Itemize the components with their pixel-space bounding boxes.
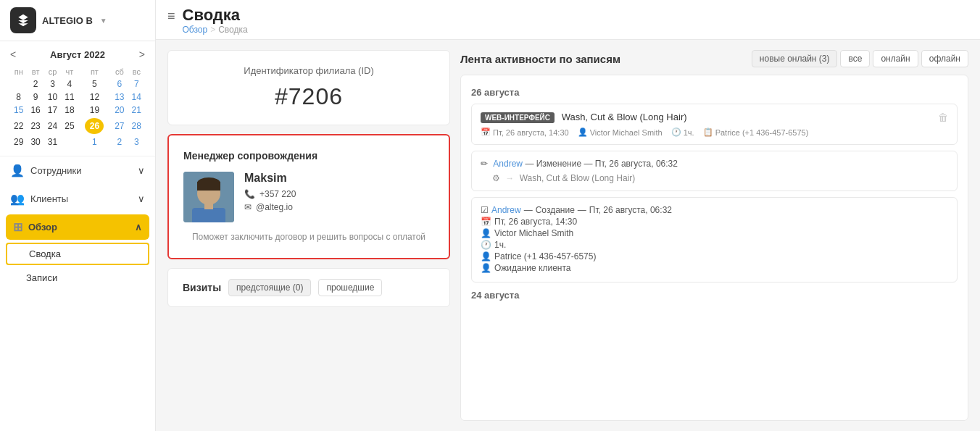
cal-day[interactable]: 9 bbox=[27, 91, 43, 104]
cal-day[interactable]: 23 bbox=[27, 117, 43, 135]
person-icon: 👤 bbox=[10, 164, 25, 177]
cal-day[interactable]: 28 bbox=[128, 117, 145, 135]
edit-activity-content: ✏ Andrew — Изменение — Пт, 26 августа, 0… bbox=[481, 159, 948, 169]
visits-tab-past[interactable]: прошедшие bbox=[318, 279, 382, 296]
calendar: < Август 2022 > пн вт ср чт пт сб вс 2 bbox=[0, 41, 155, 156]
create-author[interactable]: Andrew bbox=[491, 205, 521, 215]
filter-offline[interactable]: офлайн bbox=[921, 50, 968, 67]
cal-day-header-tue: вт bbox=[27, 66, 43, 78]
edit-action-date-value: Пт, 26 августа, 06:32 bbox=[595, 159, 678, 169]
cal-day[interactable]: 20 bbox=[111, 104, 128, 117]
calendar-month-year: Август 2022 bbox=[50, 49, 105, 60]
email-icon: ✉ bbox=[244, 202, 252, 212]
manager-card: Менеджер сопровождения bbox=[167, 134, 450, 259]
sidebar-item-clients[interactable]: 👥 Клиенты ∨ bbox=[0, 185, 155, 213]
cal-day[interactable] bbox=[61, 135, 78, 148]
create-contact-line: 👤 Patrice (+1 436-457-6575) bbox=[481, 251, 948, 261]
activity-header: Лента активности по записям новые онлайн… bbox=[460, 50, 968, 67]
cal-day[interactable]: 26 bbox=[78, 117, 112, 135]
settings-icon: ⚙ bbox=[492, 173, 500, 183]
cal-day[interactable]: 21 bbox=[128, 104, 145, 117]
cal-day-header-sat: сб bbox=[111, 66, 128, 78]
sidebar-subitem-summary[interactable]: Сводка bbox=[6, 243, 149, 265]
cal-day[interactable]: 2 bbox=[111, 135, 128, 148]
filter-all[interactable]: все bbox=[840, 50, 870, 67]
filter-new-online[interactable]: новые онлайн (3) bbox=[752, 50, 838, 67]
cal-day[interactable]: 2 bbox=[27, 78, 43, 91]
manager-info: Maksim 📞 +357 220 ✉ @alteg.io bbox=[183, 172, 434, 222]
cal-day[interactable]: 18 bbox=[61, 104, 78, 117]
cal-day[interactable]: 10 bbox=[44, 91, 61, 104]
cal-day[interactable]: 16 bbox=[27, 104, 43, 117]
cal-day[interactable]: 4 bbox=[61, 78, 78, 91]
content-area: Идентификатор филиала (ID) #7206 Менедже… bbox=[156, 40, 980, 431]
cal-day[interactable]: 30 bbox=[27, 135, 43, 148]
cal-day[interactable]: 19 bbox=[78, 104, 112, 117]
cal-day[interactable]: 11 bbox=[61, 91, 78, 104]
sidebar: ALTEGIO B ▼ < Август 2022 > пн вт ср чт … bbox=[0, 0, 156, 431]
page-header: Сводка Обзор > Сводка bbox=[183, 6, 248, 35]
checkmark-icon: ☑ bbox=[481, 205, 489, 215]
cal-day-header-fri: пт bbox=[78, 66, 112, 78]
cal-day[interactable]: 29 bbox=[10, 135, 27, 148]
clock-mini-icon: 🕐 bbox=[481, 240, 491, 250]
create-activity-content: ☑ Andrew — Создание — Пт, 26 августа, 06… bbox=[481, 205, 948, 273]
create-duration-line: 🕐 1ч. bbox=[481, 240, 948, 250]
manager-details: Maksim 📞 +357 220 ✉ @alteg.io bbox=[244, 172, 434, 215]
breadcrumb-parent[interactable]: Обзор bbox=[183, 25, 208, 35]
right-panel: Лента активности по записям новые онлайн… bbox=[460, 50, 968, 421]
sidebar-subitem-records[interactable]: Записи bbox=[0, 267, 155, 289]
filter-online[interactable]: онлайн bbox=[873, 50, 918, 67]
web-badge: WEB-ИНТЕРФЕЙС bbox=[481, 112, 555, 123]
logo-icon bbox=[16, 13, 30, 28]
sidebar-label-overview: Обзор bbox=[28, 222, 57, 233]
svg-rect-5 bbox=[204, 204, 213, 209]
cal-day[interactable]: 24 bbox=[44, 117, 61, 135]
sidebar-subitem-records-label: Записи bbox=[26, 272, 57, 283]
edit-action: Изменение bbox=[536, 159, 581, 169]
activity-date-section-2: 24 августа bbox=[471, 290, 958, 301]
cal-day[interactable]: 14 bbox=[128, 91, 145, 104]
cal-day[interactable]: 31 bbox=[44, 135, 61, 148]
create-client: Victor Michael Smith bbox=[494, 228, 573, 238]
sidebar-label-clients: Клиенты bbox=[30, 193, 68, 204]
cal-day[interactable]: 8 bbox=[10, 91, 27, 104]
activity-filters: новые онлайн (3) все онлайн офлайн bbox=[752, 50, 968, 67]
cal-day[interactable]: 6 bbox=[111, 78, 128, 91]
activity-meta: 📅 Пт, 26 августа, 14:30 👤 Victor Michael… bbox=[481, 127, 948, 137]
cal-day[interactable]: 3 bbox=[44, 78, 61, 91]
meta-contact: 📋 Patrice (+1 436-457-6575) bbox=[703, 127, 809, 137]
calendar-grid: пн вт ср чт пт сб вс 2 3 4 5 6 7 bbox=[10, 66, 145, 148]
create-booking-date-line: 📅 Пт, 26 августа, 14:30 bbox=[481, 217, 948, 227]
brand-dropdown-icon[interactable]: ▼ bbox=[100, 17, 107, 25]
calendar-prev-button[interactable]: < bbox=[10, 49, 16, 60]
cal-day[interactable]: 3 bbox=[128, 135, 145, 148]
delete-activity-button[interactable]: 🗑 bbox=[938, 112, 948, 123]
cal-day-header-sun: вс bbox=[128, 66, 145, 78]
edit-author[interactable]: Andrew bbox=[493, 159, 523, 169]
cal-day[interactable]: 7 bbox=[128, 78, 145, 91]
hamburger-icon[interactable]: ≡ bbox=[167, 9, 175, 24]
cal-day[interactable]: 17 bbox=[44, 104, 61, 117]
calendar-next-button[interactable]: > bbox=[139, 49, 145, 60]
meta-duration: 🕐 1ч. bbox=[671, 127, 694, 137]
cal-day[interactable]: 15 bbox=[10, 104, 27, 117]
sidebar-item-employees[interactable]: 👤 Сотрудники ∨ bbox=[0, 156, 155, 185]
sidebar-item-overview[interactable]: ⊞ Обзор ∧ bbox=[6, 214, 149, 240]
sidebar-label-employees: Сотрудники bbox=[30, 165, 81, 176]
edit-detail-row: ⚙ → Wash, Cut & Blow (Long Hair) bbox=[481, 173, 948, 183]
cal-day[interactable]: 12 bbox=[78, 91, 112, 104]
contact-mini-icon: 👤 bbox=[481, 251, 491, 261]
logo bbox=[10, 7, 36, 33]
cal-day[interactable]: 1 bbox=[78, 135, 112, 148]
cal-day[interactable] bbox=[10, 78, 27, 91]
cal-day[interactable]: 5 bbox=[78, 78, 112, 91]
create-duration: 1ч. bbox=[494, 240, 506, 250]
cal-day[interactable]: 25 bbox=[61, 117, 78, 135]
visits-tab-upcoming[interactable]: предстоящие (0) bbox=[228, 279, 311, 296]
visits-header: Визиты предстоящие (0) прошедшие bbox=[183, 279, 435, 296]
clock-icon: 🕐 bbox=[671, 127, 681, 137]
cal-day[interactable]: 22 bbox=[10, 117, 27, 135]
cal-day[interactable]: 13 bbox=[111, 91, 128, 104]
cal-day[interactable]: 27 bbox=[111, 117, 128, 135]
